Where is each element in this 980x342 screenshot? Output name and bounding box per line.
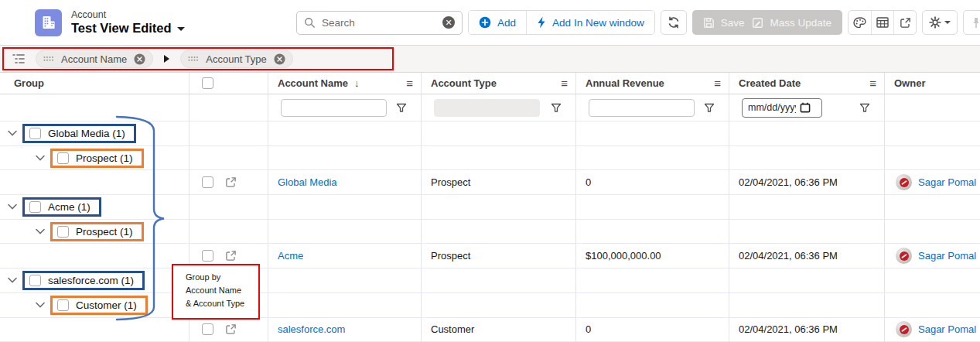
filter-input-annual-revenue[interactable] (589, 99, 695, 117)
chevron-down-icon[interactable] (36, 302, 45, 308)
add-in-new-window-button[interactable]: Add In New window (526, 11, 654, 34)
group-chip-account-name[interactable]: Account Name (36, 50, 153, 68)
group-box-blue[interactable]: Acme (1) (22, 197, 101, 217)
chip-label: Account Name (61, 53, 127, 65)
account-name-link[interactable]: Acme (278, 250, 303, 262)
chevron-down-icon[interactable] (36, 155, 45, 161)
group-checkbox[interactable] (29, 128, 41, 139)
empty-owner-cell (885, 268, 980, 293)
group-label: Prospect (1) (76, 226, 133, 238)
remove-chip-icon[interactable] (134, 53, 145, 65)
open-record-icon[interactable] (225, 176, 237, 188)
account-name-link[interactable]: salesforce.com (278, 323, 345, 335)
group-checkbox[interactable] (57, 299, 69, 311)
annotation-line: & Account Type (186, 297, 255, 310)
group-box-blue[interactable]: salesforce.com (1) (22, 271, 145, 290)
sort-descending-icon[interactable]: ↓ (354, 77, 360, 89)
annual-revenue-value: $100,000,000.00 (586, 250, 661, 262)
row-checkbox[interactable] (202, 176, 213, 188)
chevron-down-icon[interactable] (8, 203, 17, 210)
chevron-down-icon[interactable] (8, 130, 17, 136)
empty-owner-cell (885, 220, 980, 245)
annotation-line: Group by (186, 271, 255, 284)
open-record-icon[interactable] (225, 323, 237, 335)
lightning-bolt-icon (537, 16, 546, 29)
clear-search-icon[interactable]: ✕ (442, 16, 455, 29)
column-menu-icon[interactable]: ≡ (714, 77, 721, 90)
row-select-cell (190, 318, 268, 342)
group-box-orange[interactable]: Customer (1) (50, 296, 148, 315)
group-cell: salesforce.com (1) (0, 268, 190, 293)
view-selector[interactable]: Test View Edited (71, 21, 185, 36)
column-header-group[interactable]: Group (0, 73, 190, 94)
open-new-window-button[interactable] (893, 11, 916, 34)
refresh-button[interactable] (661, 10, 687, 35)
table-header-row: Group Account Name ↓ ≡ Account Type ≡ An… (0, 73, 980, 94)
record-row: salesforce.com Customer 0 02/04/2021, 06… (0, 318, 980, 342)
column-header-account-name[interactable]: Account Name ↓ ≡ (268, 73, 422, 94)
open-record-icon[interactable] (225, 250, 237, 262)
save-button[interactable]: Save (703, 17, 745, 29)
table-grid-icon (876, 17, 889, 28)
group-checkbox[interactable] (29, 201, 41, 213)
group-hierarchy-icon[interactable] (12, 53, 25, 64)
theme-palette-button[interactable] (849, 11, 871, 34)
owner-link[interactable]: Sagar Pomal (918, 323, 976, 335)
group-chip-account-type[interactable]: Account Type (180, 50, 293, 68)
row-checkbox[interactable] (202, 250, 213, 262)
filter-funnel-icon[interactable] (859, 103, 870, 113)
remove-chip-icon[interactable] (274, 53, 285, 65)
filter-funnel-icon[interactable] (704, 103, 715, 113)
entity-header: Account Test View Edited (35, 9, 185, 36)
pin-icon (972, 17, 980, 29)
filter-cell-annual-revenue (576, 94, 729, 121)
column-menu-icon[interactable]: ≡ (869, 77, 876, 90)
account-name-link[interactable]: Global Media (278, 176, 337, 188)
group-cell: Prospect (1) (0, 220, 190, 245)
column-header-owner[interactable]: Owner (885, 73, 980, 94)
search-input[interactable]: Search ✕ (296, 11, 463, 35)
table-view-button[interactable] (871, 11, 893, 34)
filter-funnel-icon[interactable] (396, 103, 407, 113)
filter-input-account-name[interactable] (281, 99, 387, 117)
column-header-annual-revenue[interactable]: Annual Revenue ≡ (576, 73, 729, 94)
owner-avatar (896, 321, 912, 337)
chevron-down-icon[interactable] (8, 277, 17, 283)
group-box-orange[interactable]: Prospect (1) (50, 149, 144, 168)
filter-date-input[interactable]: mm/dd/yyyy (742, 98, 822, 118)
owner-link[interactable]: Sagar Pomal (918, 176, 976, 188)
owner-link[interactable]: Sagar Pomal (918, 250, 976, 262)
drag-handle-icon[interactable] (43, 56, 54, 62)
group-row: Prospect (1) (0, 146, 980, 171)
column-header-created-date[interactable]: Created Date ≡ (729, 73, 885, 94)
select-all-checkbox[interactable] (202, 77, 213, 89)
group-box-orange[interactable]: Prospect (1) (50, 222, 144, 241)
group-checkbox[interactable] (29, 275, 41, 286)
pin-button[interactable] (963, 10, 980, 35)
column-menu-icon[interactable]: ≡ (561, 77, 568, 90)
group-label: Prospect (1) (76, 152, 133, 164)
row-checkbox[interactable] (202, 323, 213, 335)
created-date-cell: 02/04/2021, 06:36 PM (729, 244, 885, 268)
column-menu-icon[interactable]: ≡ (406, 77, 413, 90)
empty-account-name-cell (268, 195, 422, 220)
add-button[interactable]: Add (469, 11, 526, 34)
empty-annual-revenue-cell (576, 268, 729, 293)
group-checkbox[interactable] (57, 152, 69, 164)
chevron-down-icon[interactable] (36, 228, 45, 234)
drag-handle-icon[interactable] (188, 56, 199, 62)
group-box-blue[interactable]: Global Media (1) (22, 124, 136, 143)
group-checkbox[interactable] (57, 226, 69, 238)
table-body: Global Media (1) Prospect (1) Global Med… (0, 121, 980, 342)
building-grid-icon (41, 15, 56, 30)
chip-label: Account Type (206, 53, 267, 65)
top-toolbar: Account Test View Edited Search ✕ Add (0, 0, 980, 45)
mass-update-button[interactable]: Mass Update (752, 17, 831, 29)
filter-funnel-icon[interactable] (551, 103, 562, 113)
annual-revenue-cell: $100,000,000.00 (576, 244, 729, 268)
created-date-cell: 02/04/2021, 06:36 PM (729, 170, 885, 195)
column-header-account-type[interactable]: Account Type ≡ (422, 73, 576, 94)
settings-button[interactable] (922, 10, 958, 35)
calendar-icon[interactable] (800, 102, 811, 113)
filter-cell-account-name (268, 94, 422, 121)
